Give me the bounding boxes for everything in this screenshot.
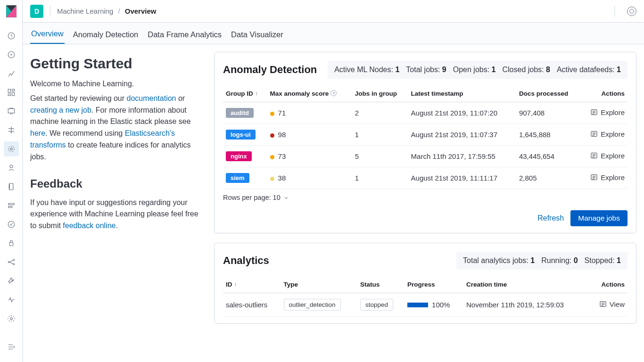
getting-started-body: Get started by reviewing our documentati… [30, 93, 205, 163]
analytics-panel-title: Analytics [223, 255, 269, 267]
breadcrumb-separator: / [118, 7, 120, 15]
nav-maps-icon[interactable] [4, 123, 19, 138]
feedback-link[interactable]: feedback online [63, 222, 116, 230]
nav-management-icon[interactable] [4, 311, 19, 326]
rows-per-page-label: Rows per page: 10 [223, 194, 281, 201]
col-creation[interactable]: Creation time [463, 276, 589, 293]
cell-timestamp: August 21st 2019, 11:07:37 [408, 124, 516, 146]
svg-point-19 [13, 263, 14, 265]
sort-asc-icon: ↑ [234, 281, 237, 288]
col-max-score[interactable]: Max anomaly score? [267, 85, 352, 102]
col-progress[interactable]: Progress [405, 276, 463, 293]
analytics-stats-bar: Total analytics jobs: 1 Running: 0 Stopp… [456, 252, 627, 270]
col-type[interactable]: Type [281, 276, 357, 293]
progress-value: 100% [432, 301, 450, 309]
nav-metrics-icon[interactable] [4, 160, 19, 175]
group-badge: auditd [226, 108, 254, 118]
chevron-down-icon [283, 195, 289, 200]
nav-logs-icon[interactable] [4, 179, 19, 194]
nav-monitoring-icon[interactable] [4, 292, 19, 307]
anomaly-panel-title: Anomaly Detection [223, 64, 317, 76]
manage-jobs-button[interactable]: Manage jobs [570, 210, 627, 226]
nav-visualize-icon[interactable] [4, 66, 19, 81]
cell-jobs: 1 [352, 167, 408, 189]
stat-value: 8 [546, 66, 550, 74]
tabs-bar: Overview Anomaly Detection Data Frame An… [23, 23, 644, 44]
refresh-button[interactable]: Refresh [537, 214, 564, 222]
svg-rect-7 [12, 92, 14, 96]
breadcrumb-current: Overview [125, 7, 157, 15]
feedback-title: Feedback [30, 177, 205, 190]
tab-anomaly-detection[interactable]: Anomaly Detection [72, 25, 140, 44]
table-row: sales-outliers outlier_detection stopped… [223, 293, 627, 317]
cell-jobs: 1 [352, 124, 408, 146]
group-badge: logs-ui [226, 130, 256, 140]
nav-dashboard-icon[interactable] [4, 85, 19, 100]
tab-overview[interactable]: Overview [30, 25, 65, 44]
rows-per-page-selector[interactable]: Rows per page: 10 [223, 194, 289, 201]
table-row: auditd712August 21st 2019, 11:07:20907,4… [223, 102, 627, 124]
col-actions: Actions [580, 85, 627, 102]
text: Get started by reviewing our [30, 94, 127, 102]
tab-data-frame-analytics[interactable]: Data Frame Analytics [147, 25, 223, 44]
explore-button[interactable]: Explore [590, 173, 625, 181]
severity-dot-icon [270, 112, 274, 116]
space-selector[interactable]: D [30, 5, 43, 18]
cell-docs: 43,445,654 [516, 146, 580, 167]
nav-siem-icon[interactable] [4, 236, 19, 251]
list-icon [590, 108, 598, 116]
progress-bar [407, 303, 428, 307]
explore-label: Explore [601, 152, 625, 160]
tab-data-visualizer[interactable]: Data Visualizer [230, 25, 284, 44]
explore-button[interactable]: Explore [590, 108, 625, 116]
col-id[interactable]: ID↑ [223, 276, 281, 293]
create-job-link[interactable]: creating a new job [30, 106, 91, 114]
explore-label: Explore [601, 173, 625, 181]
here-link[interactable]: here [30, 129, 45, 137]
severity-dot-icon [270, 133, 274, 138]
col-docs[interactable]: Docs processed [516, 85, 580, 102]
col-group-id[interactable]: Group ID↑ [223, 85, 267, 102]
stat-value: 1 [617, 66, 621, 74]
explore-label: Explore [601, 130, 625, 138]
view-label: View [610, 300, 625, 308]
stat-value: 9 [442, 66, 446, 74]
stat-value: 1 [395, 66, 399, 74]
explore-button[interactable]: Explore [590, 130, 625, 138]
svg-point-12 [10, 165, 13, 168]
breadcrumb-root[interactable]: Machine Learning [57, 7, 113, 15]
nav-ml-icon[interactable] [4, 141, 19, 156]
list-icon [590, 173, 598, 181]
cell-docs: 1,645,888 [516, 124, 580, 146]
getting-started-title: Getting Started [30, 56, 205, 72]
kibana-logo[interactable] [0, 0, 23, 23]
explore-button[interactable]: Explore [590, 152, 625, 160]
text: or [176, 94, 185, 102]
nav-discover-icon[interactable] [4, 47, 19, 62]
severity-dot-icon [270, 155, 274, 159]
info-icon[interactable]: ? [330, 90, 337, 96]
nav-uptime-icon[interactable] [4, 217, 19, 232]
nav-devtools-icon[interactable] [4, 273, 19, 288]
documentation-link[interactable]: documentation [127, 94, 176, 102]
col-jobs[interactable]: Jobs in group [352, 85, 408, 102]
nav-collapse-icon[interactable] [4, 339, 19, 354]
nav-graph-icon[interactable] [4, 255, 19, 270]
stat-label: Total jobs: [406, 66, 440, 74]
stat-value: 1 [492, 66, 496, 74]
divider [50, 6, 50, 17]
group-badge: nginx [226, 151, 252, 161]
view-button[interactable]: View [599, 300, 625, 308]
svg-point-17 [8, 262, 9, 263]
nav-canvas-icon[interactable] [4, 104, 19, 119]
svg-point-18 [13, 259, 14, 261]
nav-recent-icon[interactable] [4, 28, 19, 43]
anomaly-detection-panel: Anomaly Detection Active ML Nodes: 1 Tot… [214, 52, 636, 233]
severity-dot-icon [270, 177, 274, 181]
col-status[interactable]: Status [357, 276, 405, 293]
nav-apm-icon[interactable] [4, 198, 19, 213]
col-timestamp[interactable]: Latest timestamp [408, 85, 516, 102]
news-feed-icon[interactable] [627, 7, 636, 16]
text: . We recommend using [45, 129, 125, 137]
breadcrumb: Machine Learning / Overview [57, 7, 156, 15]
